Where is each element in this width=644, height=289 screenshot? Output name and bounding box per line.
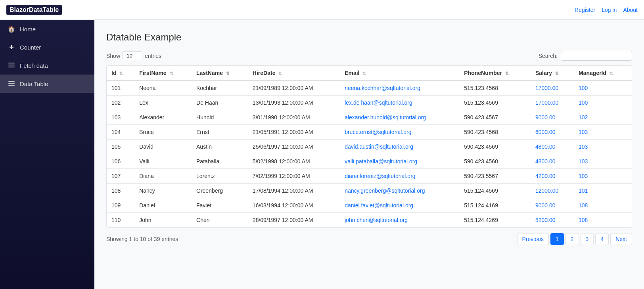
cell-hiredate: 7/02/1999 12:00:00 AM bbox=[248, 169, 340, 184]
cell-hiredate: 17/08/1994 12:00:00 AM bbox=[248, 184, 340, 198]
cell-hiredate: 3/01/1990 12:00:00 AM bbox=[248, 110, 340, 125]
cell-lastname: Lorentz bbox=[192, 169, 248, 184]
cell-id: 102 bbox=[107, 96, 134, 110]
cell-phonenumber: 590.423.4567 bbox=[459, 110, 531, 125]
sort-icon-managerid: ⇅ bbox=[610, 71, 613, 76]
entries-label: entries bbox=[145, 53, 161, 59]
cell-salary: 17000.00 bbox=[531, 80, 574, 96]
cell-lastname: Ernst bbox=[192, 125, 248, 140]
cell-salary: 12000.00 bbox=[531, 184, 574, 198]
cell-lastname: Hunold bbox=[192, 110, 248, 125]
cell-id: 104 bbox=[107, 125, 134, 140]
list-icon bbox=[8, 62, 15, 69]
pagination-page-3[interactable]: 3 bbox=[581, 233, 594, 245]
cell-managerid: 103 bbox=[574, 140, 632, 154]
cell-firstname: David bbox=[134, 140, 192, 154]
sort-icon-phonenumber: ⇅ bbox=[505, 71, 509, 76]
brand-link[interactable]: BlazorDataTable bbox=[6, 5, 62, 15]
cell-managerid: 100 bbox=[574, 80, 632, 96]
pagination: Previous 1 2 3 4 Next bbox=[517, 233, 632, 245]
table-body: 101 Neena Kochhar 21/09/1989 12:00:00 AM… bbox=[107, 80, 632, 227]
layout: 🏠 Home + Counter Fetch data bbox=[0, 20, 644, 289]
table-row: 105 David Austin 25/06/1997 12:00:00 AM … bbox=[107, 140, 632, 154]
sidebar-item-datatable[interactable]: Data Table bbox=[0, 75, 94, 93]
cell-salary: 8200.00 bbox=[531, 213, 574, 228]
cell-phonenumber: 515.124.4269 bbox=[459, 213, 531, 228]
data-table: Id ⇅ FirstName ⇅ LastName ⇅ HireDate ⇅ E… bbox=[107, 66, 632, 227]
cell-id: 110 bbox=[107, 213, 134, 228]
sidebar-item-fetchdata[interactable]: Fetch data bbox=[0, 56, 94, 75]
sort-icon-lastname: ⇅ bbox=[226, 71, 230, 76]
pagination-page-1[interactable]: 1 bbox=[550, 233, 564, 245]
cell-hiredate: 25/06/1997 12:00:00 AM bbox=[248, 140, 340, 154]
cell-firstname: Bruce bbox=[134, 125, 192, 140]
cell-firstname: Alexander bbox=[134, 110, 192, 125]
cell-id: 108 bbox=[107, 184, 134, 198]
sidebar-item-counter[interactable]: + Counter bbox=[0, 38, 94, 56]
cell-lastname: Pataballa bbox=[192, 154, 248, 169]
cell-email: john.chen@sqltutorial.org bbox=[340, 213, 459, 228]
cell-phonenumber: 515.124.4569 bbox=[459, 184, 531, 198]
login-link[interactable]: Log in bbox=[602, 7, 617, 13]
col-email[interactable]: Email ⇅ bbox=[340, 66, 459, 80]
cell-email: diana.lorentz@sqltutorial.org bbox=[340, 169, 459, 184]
col-salary[interactable]: Salary ⇅ bbox=[531, 66, 574, 80]
svg-rect-0 bbox=[8, 63, 15, 63]
cell-phonenumber: 590.423.4569 bbox=[459, 140, 531, 154]
svg-rect-2 bbox=[8, 67, 15, 67]
sort-icon-id: ⇅ bbox=[119, 71, 123, 76]
register-link[interactable]: Register bbox=[575, 7, 595, 13]
cell-managerid: 100 bbox=[574, 96, 632, 110]
cell-id: 106 bbox=[107, 154, 134, 169]
cell-phonenumber: 590.423.4560 bbox=[459, 154, 531, 169]
table-row: 104 Bruce Ernst 21/05/1991 12:00:00 AM b… bbox=[107, 125, 632, 140]
cell-firstname: Lex bbox=[134, 96, 192, 110]
sidebar-item-fetchdata-label: Fetch data bbox=[20, 62, 48, 69]
datatable-wrapper: Id ⇅ FirstName ⇅ LastName ⇅ HireDate ⇅ E… bbox=[106, 65, 632, 228]
cell-firstname: Neena bbox=[134, 80, 192, 96]
pagination-page-4[interactable]: 4 bbox=[595, 233, 609, 245]
cell-id: 105 bbox=[107, 140, 134, 154]
search-area: Search: bbox=[539, 51, 632, 61]
pagination-page-2[interactable]: 2 bbox=[565, 233, 579, 245]
cell-lastname: Austin bbox=[192, 140, 248, 154]
about-link[interactable]: About bbox=[623, 7, 638, 13]
svg-rect-1 bbox=[8, 65, 15, 65]
show-entries-input[interactable] bbox=[123, 51, 142, 60]
cell-firstname: Daniel bbox=[134, 198, 192, 213]
svg-rect-5 bbox=[8, 85, 15, 86]
sort-icon-email: ⇅ bbox=[362, 71, 366, 76]
datatable-controls-top: Show entries Search: bbox=[106, 51, 632, 61]
col-managerid[interactable]: ManagerId ⇅ bbox=[574, 66, 632, 80]
datatable-footer: Showing 1 to 10 of 39 entries Previous 1… bbox=[106, 233, 632, 245]
show-entries-control: Show entries bbox=[106, 51, 161, 60]
col-phonenumber[interactable]: PhoneNumber ⇅ bbox=[459, 66, 531, 80]
cell-hiredate: 28/09/1997 12:00:00 AM bbox=[248, 213, 340, 228]
search-input[interactable] bbox=[561, 51, 632, 61]
cell-id: 109 bbox=[107, 198, 134, 213]
col-hiredate[interactable]: HireDate ⇅ bbox=[248, 66, 340, 80]
cell-id: 103 bbox=[107, 110, 134, 125]
pagination-next[interactable]: Next bbox=[610, 233, 632, 245]
cell-phonenumber: 515.123.4568 bbox=[459, 80, 531, 96]
table-header: Id ⇅ FirstName ⇅ LastName ⇅ HireDate ⇅ E… bbox=[107, 66, 632, 80]
sidebar: 🏠 Home + Counter Fetch data bbox=[0, 20, 94, 289]
col-id[interactable]: Id ⇅ bbox=[107, 66, 134, 80]
sidebar-item-home[interactable]: 🏠 Home bbox=[0, 20, 94, 38]
cell-salary: 4200.00 bbox=[531, 169, 574, 184]
top-navbar: BlazorDataTable Register Log in About bbox=[0, 0, 644, 20]
navbar-links: Register Log in About bbox=[575, 7, 638, 13]
cell-salary: 4800.00 bbox=[531, 154, 574, 169]
cell-email: valli.pataballa@sqltutorial.org bbox=[340, 154, 459, 169]
show-label: Show bbox=[106, 53, 120, 59]
showing-info: Showing 1 to 10 of 39 entries bbox=[106, 236, 178, 242]
cell-firstname: Valli bbox=[134, 154, 192, 169]
pagination-previous[interactable]: Previous bbox=[517, 233, 549, 245]
cell-hiredate: 13/01/1993 12:00:00 AM bbox=[248, 96, 340, 110]
cell-managerid: 101 bbox=[574, 184, 632, 198]
col-firstname[interactable]: FirstName ⇅ bbox=[134, 66, 192, 80]
col-lastname[interactable]: LastName ⇅ bbox=[192, 66, 248, 80]
sort-icon-hiredate: ⇅ bbox=[278, 71, 282, 76]
cell-email: nancy.greenberg@sqltutorial.org bbox=[340, 184, 459, 198]
cell-managerid: 108 bbox=[574, 213, 632, 228]
